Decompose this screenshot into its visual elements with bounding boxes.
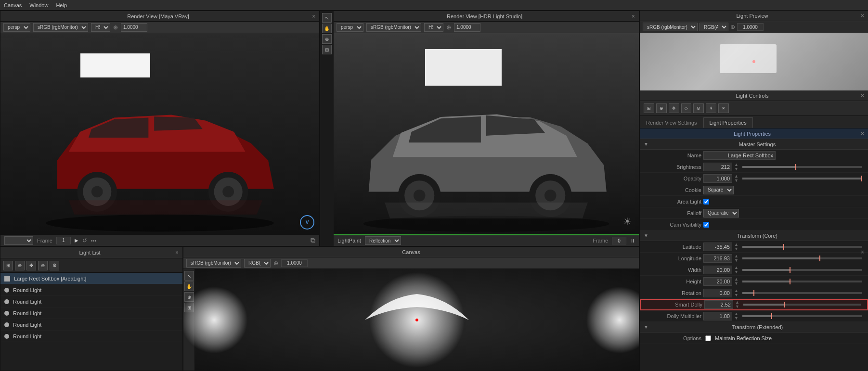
hdr-view-mode[interactable]: persp [337, 23, 363, 32]
smart-dolly-slider[interactable] [743, 304, 861, 306]
light-dot-3 [4, 311, 9, 316]
brightness-input[interactable] [703, 163, 732, 171]
right-panel-close[interactable]: × [861, 13, 864, 19]
canvas-tool-arrow[interactable]: ↖ [184, 271, 194, 281]
brightness-slider[interactable] [742, 166, 862, 168]
longitude-arrows[interactable]: ▲▼ [734, 254, 738, 263]
ll-tool-1[interactable]: ⊞ [3, 261, 13, 270]
hdr-ctrl-fit[interactable]: ⊞ [322, 45, 332, 54]
ll-tool-5[interactable]: ⚙ [50, 261, 59, 270]
canvas-exposure-input[interactable] [281, 259, 308, 267]
ctrl-btn-5[interactable]: ⊙ [693, 103, 704, 113]
width-arrows[interactable]: ▲▼ [734, 266, 738, 274]
ctrl-btn-3[interactable]: ✥ [669, 103, 679, 113]
ll-tool-3[interactable]: ✥ [26, 261, 36, 270]
maya-expand-btn[interactable]: ⧉ [311, 236, 315, 244]
dolly-multiplier-arrows[interactable]: ▲▼ [734, 312, 738, 320]
smart-dolly-input[interactable] [704, 300, 733, 309]
hdr-color-space[interactable]: sRGB (rgbMonitor) [366, 23, 421, 32]
preview-color-space[interactable]: sRGB (rgbMonitor) [643, 23, 698, 31]
maintain-reflection-checkbox[interactable] [705, 335, 711, 341]
preview-color-mode[interactable]: RGB(A) [700, 23, 728, 31]
canvas-color-mode[interactable]: RGB(A) [244, 259, 271, 268]
rotation-arrows[interactable]: ▲▼ [734, 289, 738, 297]
ctrl-btn-7[interactable]: ✕ [718, 103, 729, 113]
maya-play-btn[interactable]: ▶ [75, 238, 78, 243]
name-input[interactable] [703, 151, 776, 160]
maya-canvas[interactable]: V [0, 33, 319, 234]
longitude-input[interactable] [703, 254, 732, 263]
opacity-arrows[interactable]: ▲▼ [734, 174, 738, 183]
height-input[interactable] [703, 277, 732, 286]
hdr-close[interactable]: × [632, 13, 635, 20]
tab-render-view-settings[interactable]: Render View Settings [640, 117, 703, 128]
transform-extended-header[interactable]: ▼ Transform (Extended) [640, 322, 868, 333]
menu-window[interactable]: Window [29, 2, 48, 8]
light-item-2[interactable]: Round Light [0, 296, 182, 307]
rotation-slider[interactable] [742, 292, 862, 294]
opacity-input[interactable] [703, 174, 732, 183]
ll-tool-4[interactable]: ⊖ [38, 261, 48, 270]
light-controls-close[interactable]: × [861, 92, 864, 99]
hdr-exposure-input[interactable] [454, 23, 480, 32]
opacity-slider[interactable] [742, 178, 862, 179]
light-item-5[interactable]: Round Light [0, 331, 182, 342]
light-item-0[interactable]: Large Rect Softbox [AreaLight] [0, 273, 182, 284]
width-input[interactable] [703, 266, 732, 274]
maya-color-space-select[interactable]: sRGB (rgbMonitor) [33, 23, 88, 32]
dolly-multiplier-input[interactable] [703, 312, 732, 320]
latitude-input[interactable] [703, 243, 732, 251]
canvas-color-space[interactable]: sRGB (rgbMonitor) [186, 259, 241, 268]
hdr-ctrl-zoom[interactable]: ⊕ [322, 34, 332, 44]
tab-light-properties[interactable]: Light Properties [703, 117, 753, 128]
hdr-pause-btn[interactable]: ⏸ [630, 238, 635, 243]
hdr-color-mode[interactable]: HSV [424, 23, 443, 32]
falloff-select[interactable]: Quadratic [703, 209, 739, 217]
maya-color-mode-select[interactable]: HSV [91, 23, 110, 32]
light-item-3[interactable]: Round Light [0, 307, 182, 319]
area-light-checkbox[interactable] [703, 199, 709, 205]
lightpaint-mode-select[interactable]: Reflection [365, 236, 401, 245]
longitude-slider[interactable] [742, 257, 862, 259]
width-slider[interactable] [742, 269, 862, 271]
render-view-maya-close[interactable]: × [312, 13, 315, 20]
smart-dolly-arrows[interactable]: ▲▼ [735, 300, 739, 309]
maya-view-mode-select[interactable]: persp [3, 23, 30, 32]
menu-help[interactable]: Help [56, 2, 67, 8]
ctrl-btn-2[interactable]: ⊕ [656, 103, 667, 113]
ctrl-btn-1[interactable]: ⊞ [644, 103, 654, 113]
hdr-canvas[interactable]: ☀ [334, 33, 639, 234]
prop-panel-close[interactable]: × [861, 130, 864, 137]
menu-canvas[interactable]: Canvas [4, 2, 22, 8]
canvas-content[interactable]: ↖ ✋ ⊕ ⊞ [183, 269, 639, 371]
transform-core-header[interactable]: ▼ Transform (Core) [640, 230, 868, 241]
maya-bottom-select[interactable] [4, 236, 33, 245]
brightness-arrows[interactable]: ▲▼ [734, 163, 738, 171]
latitude-slider[interactable] [742, 246, 862, 248]
light-item-4[interactable]: Round Light [0, 319, 182, 331]
light-list-close[interactable]: × [175, 249, 179, 256]
smart-dolly-label: Smart Dolly [645, 302, 702, 307]
ctrl-btn-6[interactable]: ☀ [706, 103, 716, 113]
cam-visibility-checkbox[interactable] [703, 222, 709, 228]
light-controls-section: Light Controls × ⊞ ⊕ ✥ ◇ ⊙ ☀ ✕ [640, 90, 868, 116]
maya-exposure-input[interactable] [121, 23, 147, 32]
hdr-frame-input[interactable] [612, 237, 626, 244]
ctrl-btn-4[interactable]: ◇ [681, 103, 691, 113]
canvas-light-blob-right [586, 286, 639, 354]
cookie-select[interactable]: Square [703, 186, 734, 194]
hdr-ctrl-arrow[interactable]: ↖ [322, 13, 332, 23]
latitude-arrows[interactable]: ▲▼ [734, 243, 738, 251]
height-arrows[interactable]: ▲▼ [734, 277, 738, 286]
height-slider[interactable] [742, 281, 862, 282]
dolly-multiplier-slider[interactable] [742, 315, 862, 317]
maya-refresh-btn[interactable]: ↺ [82, 237, 87, 244]
canvas-tool-hand[interactable]: ✋ [184, 281, 194, 291]
preview-exposure-input[interactable] [737, 23, 764, 31]
maya-frame-input[interactable] [56, 237, 71, 244]
hdr-ctrl-hand[interactable]: ✋ [322, 24, 332, 33]
light-item-1[interactable]: Round Light [0, 284, 182, 296]
ll-tool-2[interactable]: ⊕ [15, 261, 25, 270]
master-settings-header[interactable]: ▼ Master Settings [640, 139, 868, 150]
rotation-input[interactable] [703, 289, 732, 297]
